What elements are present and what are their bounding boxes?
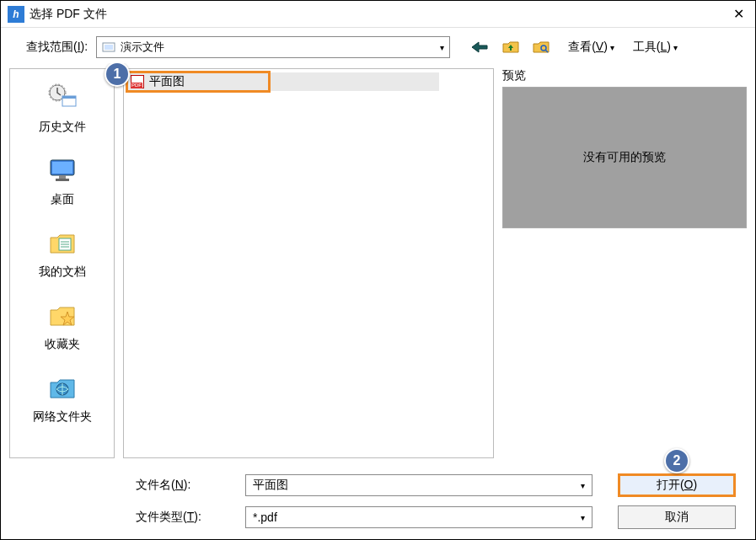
preview-column: 预览 没有可用的预览 (502, 68, 747, 458)
view-menu[interactable]: 查看(V) ▾ (560, 38, 618, 56)
filename-combo[interactable]: 平面图 ▾ (245, 474, 592, 496)
file-item-label: 平面图 (149, 74, 185, 89)
back-button[interactable] (467, 39, 492, 56)
lookin-value: 演示文件 (121, 40, 164, 55)
preview-empty-text: 没有可用的预览 (583, 150, 666, 165)
sidebar-item-network[interactable]: 网络文件夹 (10, 366, 114, 433)
up-folder-button[interactable] (499, 39, 523, 56)
file-item[interactable]: 平面图 (127, 72, 439, 91)
chevron-down-icon: ▾ (581, 481, 585, 490)
lookin-toolbar: 查找范围(I): 演示文件 ▾ 查看(V) ▾ 工具(L) (1, 28, 755, 63)
folder-up-icon (502, 40, 519, 54)
favorites-icon (46, 298, 79, 332)
filetype-label: 文件类型(T): (136, 510, 237, 525)
tools-menu[interactable]: 工具(L) ▾ (625, 38, 681, 56)
arrow-left-icon (470, 40, 489, 54)
documents-icon (46, 226, 79, 259)
places-sidebar: 历史文件 桌面 我的文档 收藏夹 (9, 68, 115, 458)
bottom-form: 2 文件名(N): 平面图 ▾ 打开(O) 文件类型(T): *.pdf ▾ 取… (1, 467, 755, 539)
sidebar-item-documents[interactable]: 我的文档 (10, 221, 114, 288)
sidebar-item-history[interactable]: 历史文件 (10, 76, 114, 143)
lookin-combo[interactable]: 演示文件 ▾ (96, 36, 450, 58)
svg-rect-9 (52, 162, 72, 174)
callout-2: 2 (664, 448, 689, 473)
svg-rect-7 (62, 96, 76, 99)
window-title: 选择 PDF 文件 (29, 7, 728, 22)
toolbar-icons: 查看(V) ▾ 工具(L) ▾ (467, 38, 681, 56)
preview-box: 没有可用的预览 (502, 87, 747, 228)
cancel-button[interactable]: 取消 (618, 505, 736, 529)
close-button[interactable]: ✕ (728, 4, 748, 24)
chevron-down-icon: ▾ (440, 43, 444, 52)
filename-value: 平面图 (253, 478, 288, 493)
sidebar-item-desktop[interactable]: 桌面 (10, 148, 114, 216)
filetype-combo[interactable]: *.pdf ▾ (245, 506, 592, 528)
chevron-down-icon: ▾ (610, 43, 614, 52)
dialog-body: 历史文件 桌面 我的文档 收藏夹 (1, 63, 755, 467)
sidebar-item-favorites[interactable]: 收藏夹 (10, 293, 114, 361)
filename-row: 文件名(N): 平面图 ▾ 打开(O) (136, 472, 747, 499)
desktop-icon (46, 153, 79, 187)
svg-rect-11 (56, 179, 69, 181)
history-icon (46, 81, 79, 115)
file-dialog: h 选择 PDF 文件 ✕ 查找范围(I): 演示文件 ▾ 查看(V) (0, 0, 756, 540)
network-folder-icon (46, 371, 79, 404)
lookin-label: 查找范围(I): (26, 40, 88, 55)
folder-search-icon (533, 40, 550, 54)
titlebar: h 选择 PDF 文件 ✕ (1, 1, 755, 28)
chevron-down-icon: ▾ (673, 43, 678, 52)
search-web-button[interactable] (529, 39, 553, 56)
open-button[interactable]: 打开(O) (618, 473, 736, 497)
pdf-file-icon (131, 75, 144, 88)
center-column: 1 平面图 (123, 68, 494, 458)
filetype-row: 文件类型(T): *.pdf ▾ 取消 (136, 504, 747, 531)
svg-rect-1 (105, 45, 113, 50)
filetype-value: *.pdf (253, 511, 277, 524)
chevron-down-icon: ▾ (581, 513, 585, 522)
filename-label: 文件名(N): (136, 478, 237, 493)
file-list[interactable]: 平面图 (123, 68, 494, 458)
app-icon: h (8, 6, 24, 23)
preview-label: 预览 (502, 68, 747, 83)
folder-slides-icon (102, 40, 115, 54)
svg-rect-10 (59, 175, 66, 179)
